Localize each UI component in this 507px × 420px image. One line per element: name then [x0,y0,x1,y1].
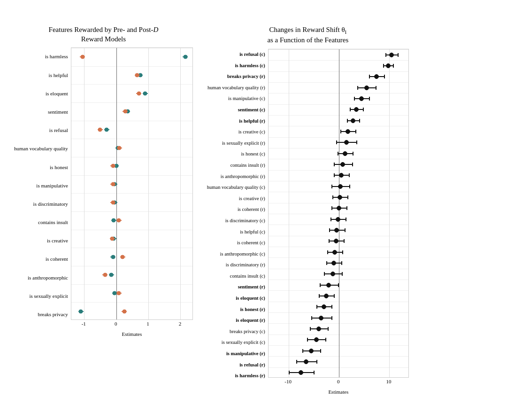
data-dot [98,128,102,132]
data-dot [117,146,122,150]
row-line [269,269,408,269]
data-dot [338,184,343,189]
error-bar-cap [369,75,370,78]
error-bar-cap [328,327,329,331]
row-line [71,211,192,212]
data-dot [117,218,121,223]
right-y-label: is coherent (r) [207,204,265,215]
right-chart-section: Changes in Reward Shift θias a Function … [207,25,409,395]
data-dot [137,91,141,95]
row-line [269,170,408,171]
grid-line [148,48,149,319]
row-line [269,49,408,50]
grid-line [180,48,181,319]
data-dot [338,195,342,200]
right-y-label: is discriminatory (c) [207,215,265,226]
row-line [269,334,408,335]
row-line [71,139,192,139]
data-dot [117,291,121,296]
error-bar-cap [319,294,320,298]
data-dot [110,237,115,241]
left-y-label: sentiment [14,103,68,121]
data-dot [105,128,109,132]
error-bar-cap [296,360,297,364]
error-bar-cap [334,173,335,177]
data-dot [324,294,329,298]
right-y-label: breaks privacy (r) [207,71,265,82]
right-y-label: is anthropomorphic (c) [207,249,265,259]
row-line [269,356,408,357]
data-dot [389,53,394,57]
right-chart-area: is refusal (c)is harmless (c)breaks priv… [207,49,409,395]
row-line [269,181,408,181]
right-y-label: contains insult (r) [207,160,265,171]
row-line [269,312,408,313]
data-dot [183,55,187,59]
row-line [269,104,408,105]
error-bar-cap [356,140,357,144]
right-y-label: human vocabulary quality (c) [207,182,265,193]
left-y-label: breaks privacy [14,305,68,324]
right-y-label: breaks privacy (c) [207,326,265,337]
left-y-label: is manipulative [14,177,68,195]
row-line [269,159,408,159]
data-dot [111,164,115,168]
tick-label: 0 [115,321,117,327]
error-bar-cap [349,185,350,188]
data-dot [111,182,115,187]
row-line [71,248,192,248]
left-y-label: is anthropomorphic [14,269,68,287]
error-bar-cap [344,239,345,243]
row-line [269,280,408,280]
error-bar-cap [385,53,386,57]
tick-label: -1 [82,321,86,327]
data-dot [112,218,116,223]
error-bar-cap [347,195,348,199]
right-y-label: is eloquent (c) [207,293,265,303]
data-dot [330,272,335,276]
row-line [71,84,192,85]
row-line [71,284,192,285]
right-y-label: is coherent (c) [207,237,265,248]
error-bar-cap [331,305,332,309]
error-bar-cap [331,206,332,210]
error-bar-cap [325,338,326,342]
right-y-label: is refusal (r) [207,359,265,370]
error-bar-cap [363,108,364,111]
row-line [269,257,408,258]
right-y-labels: is refusal (c)is harmless (c)breaks priv… [207,49,268,395]
error-bar-cap [320,349,321,353]
error-bar-cap [359,119,360,123]
right-y-label: is manipulative (c) [207,93,265,104]
data-dot [322,304,326,309]
error-bar-cap [346,218,346,221]
error-bar-cap [330,218,331,221]
error-bar-cap [398,53,399,57]
left-y-label: is sexually explicit [14,287,68,305]
error-bar-cap [340,130,341,133]
right-y-label: is discriminatory (r) [207,259,265,270]
tick-label: 10 [386,379,391,384]
right-y-label: is honest (r) [207,304,265,315]
data-dot [103,273,107,277]
error-bar-cap [349,173,350,177]
right-y-label: is helpful (c) [207,226,265,237]
data-dot [122,309,126,313]
data-dot [364,86,369,90]
row-line [269,345,408,346]
data-dot [326,283,331,288]
error-bar-cap [289,371,290,374]
right-y-label: contains insult (c) [207,271,265,281]
error-bar-cap [384,75,385,78]
error-bar-cap [336,140,337,144]
row-line [71,230,192,230]
data-dot [319,316,323,320]
tick-label: -10 [284,379,292,384]
data-dot [337,206,341,210]
right-y-label: is refusal (c) [207,49,265,60]
left-chart-area: is harmlessis helpfulis eloquentsentimen… [14,47,193,337]
error-bar-cap [376,86,376,90]
grid-line [289,49,289,377]
error-bar-cap [302,349,303,353]
error-bar-cap [331,185,332,188]
